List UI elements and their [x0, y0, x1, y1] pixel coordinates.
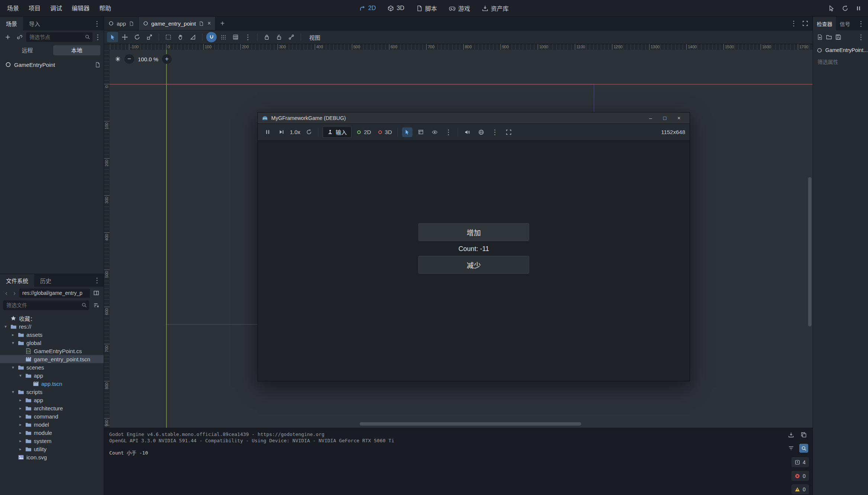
- filter-files-search[interactable]: [3, 300, 89, 310]
- path-field[interactable]: [19, 289, 90, 298]
- dock-menu-icon[interactable]: ⋮: [858, 20, 868, 27]
- file-tree-item[interactable]: app.tscn: [0, 380, 104, 388]
- expand-arrow-icon[interactable]: ▾: [10, 365, 16, 370]
- close-tab-icon[interactable]: ×: [207, 20, 211, 27]
- input-mode-button[interactable]: 输入: [323, 126, 352, 138]
- inspector-filter[interactable]: [813, 56, 868, 68]
- file-tree-item[interactable]: ▸architecture: [0, 404, 104, 412]
- tab-import[interactable]: 导入: [23, 17, 46, 30]
- load-resource-icon[interactable]: [826, 34, 832, 40]
- debug-options-icon[interactable]: [476, 127, 486, 137]
- unlock-icon[interactable]: [273, 32, 285, 42]
- filter-messages-icon[interactable]: [787, 444, 796, 453]
- filter-properties-input[interactable]: [814, 57, 867, 67]
- 2d-mode-button[interactable]: 2D: [355, 129, 372, 135]
- rect-select-tool-icon[interactable]: [163, 32, 174, 42]
- new-scene-tab-button[interactable]: +: [216, 17, 229, 30]
- add-node-button[interactable]: [3, 32, 13, 42]
- menu-project[interactable]: 项目: [24, 0, 45, 17]
- scene-toolbar-menu-icon[interactable]: ⋮: [94, 34, 101, 40]
- minimize-icon[interactable]: –: [644, 113, 658, 124]
- select-mode-icon[interactable]: [402, 127, 412, 137]
- split-view-icon[interactable]: [91, 288, 101, 298]
- tab-filesystem[interactable]: 文件系统: [0, 274, 34, 287]
- speed-multiplier[interactable]: 1.0x: [290, 129, 300, 135]
- errors-badge[interactable]: 0: [791, 471, 809, 481]
- sort-files-icon[interactable]: [91, 300, 101, 310]
- menu-scene[interactable]: 场景: [2, 0, 24, 17]
- warnings-badge[interactable]: 0: [791, 484, 809, 494]
- filter-nodes-input[interactable]: [26, 32, 93, 42]
- dock-menu-icon[interactable]: ⋮: [94, 277, 104, 284]
- file-tree-item[interactable]: game_entry_point.tscn: [0, 355, 104, 363]
- workspace-game[interactable]: 游戏: [444, 2, 475, 14]
- pan-tool-icon[interactable]: [175, 32, 186, 42]
- expand-arrow-icon[interactable]: ▾: [10, 341, 16, 345]
- file-tree-item[interactable]: ▸assets: [0, 330, 104, 339]
- ruler-tool-icon[interactable]: [187, 32, 198, 42]
- grid-icon[interactable]: [230, 32, 241, 42]
- pointer-icon[interactable]: [828, 5, 835, 12]
- local-tab[interactable]: 本地: [53, 45, 100, 55]
- file-tree-item[interactable]: icon.svg: [0, 453, 104, 461]
- close-icon[interactable]: ×: [672, 113, 686, 124]
- filter-nodes-search[interactable]: [26, 32, 93, 42]
- expand-arrow-icon[interactable]: ▸: [18, 430, 23, 435]
- horizontal-scrollbar-thumb[interactable]: [360, 422, 581, 426]
- zoom-in-button[interactable]: +: [162, 54, 172, 64]
- fullscreen-icon[interactable]: [503, 127, 514, 137]
- file-tree-item[interactable]: ▸command: [0, 412, 104, 420]
- file-tree-item[interactable]: ▾res://: [0, 322, 104, 330]
- scene-tab-game-entry-point[interactable]: game_entry_point ×: [139, 17, 216, 30]
- game-window-titlebar[interactable]: MyGFrameworkGame (DEBUG) – □ ×: [258, 113, 690, 124]
- new-resource-icon[interactable]: [817, 34, 823, 40]
- tab-signals[interactable]: 信号: [836, 17, 854, 30]
- skeleton-icon[interactable]: [286, 32, 297, 42]
- scene-tab-app[interactable]: app: [104, 17, 139, 30]
- expand-arrow-icon[interactable]: ▸: [18, 422, 23, 427]
- search-output-icon[interactable]: [799, 444, 808, 453]
- expand-arrow-icon[interactable]: ▸: [18, 447, 23, 452]
- clear-output-icon[interactable]: [787, 430, 796, 439]
- rotate-tool-icon[interactable]: [132, 32, 143, 42]
- zoom-out-button[interactable]: −: [124, 54, 134, 64]
- path-input[interactable]: [19, 289, 90, 298]
- reset-speed-icon[interactable]: [304, 127, 314, 137]
- pause-icon[interactable]: [856, 6, 861, 11]
- inspector-menu-icon[interactable]: ⋮: [858, 34, 864, 40]
- scene-tree-node[interactable]: GameEntryPoint: [0, 59, 104, 70]
- window-options-icon[interactable]: ⋮: [490, 127, 500, 137]
- expand-arrow-icon[interactable]: ▸: [18, 406, 23, 411]
- save-resource-icon[interactable]: [835, 34, 841, 40]
- snap-options-icon[interactable]: ⋮: [242, 32, 253, 42]
- node-list-icon[interactable]: [416, 127, 426, 137]
- select-tool-icon[interactable]: [107, 32, 118, 42]
- view-menu[interactable]: 视图: [305, 33, 325, 41]
- zoom-level[interactable]: 100.0 %: [138, 56, 158, 62]
- expand-arrow-icon[interactable]: ▾: [10, 390, 16, 394]
- menu-help[interactable]: 帮助: [94, 0, 116, 17]
- file-tree-item[interactable]: ▸module: [0, 429, 104, 437]
- attached-script-icon[interactable]: [95, 62, 100, 68]
- workspace-3d[interactable]: 3D: [383, 2, 409, 14]
- expand-arrow-icon[interactable]: ▸: [18, 414, 23, 419]
- expand-viewport-icon[interactable]: [802, 20, 808, 26]
- file-tree-item[interactable]: ▾app: [0, 371, 104, 380]
- output-log[interactable]: Godot Engine v4.6.stable.mono.official.8…: [109, 432, 779, 456]
- pause-game-icon[interactable]: [262, 127, 273, 137]
- next-frame-icon[interactable]: [276, 127, 286, 137]
- menu-debug[interactable]: 调试: [45, 0, 67, 17]
- decrease-button[interactable]: 减少: [418, 256, 529, 274]
- visibility-icon[interactable]: [430, 127, 440, 137]
- tab-list-menu-icon[interactable]: ⋮: [790, 20, 797, 27]
- dock-menu-icon[interactable]: ⋮: [94, 20, 104, 27]
- increase-button[interactable]: 增加: [418, 223, 529, 241]
- file-tree-item[interactable]: ▾global: [0, 339, 104, 347]
- maximize-icon[interactable]: □: [658, 113, 672, 124]
- more-options-icon[interactable]: ⋮: [443, 127, 454, 137]
- file-tree-item[interactable]: ▸utility: [0, 445, 104, 453]
- expand-arrow-icon[interactable]: ▾: [3, 324, 8, 329]
- smart-snap-icon[interactable]: [206, 32, 217, 42]
- file-tree-item[interactable]: C#GameEntryPoint.cs: [0, 347, 104, 355]
- file-tree-item[interactable]: ▸model: [0, 420, 104, 429]
